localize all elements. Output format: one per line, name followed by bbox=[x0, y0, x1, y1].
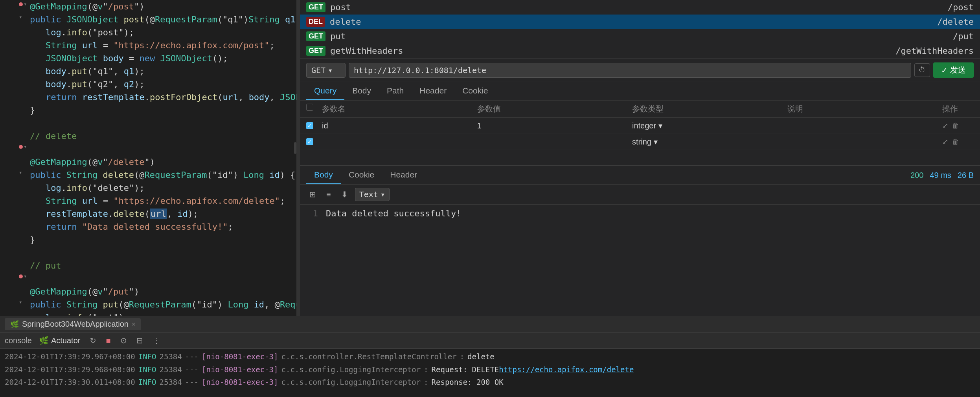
scrollbar-thumb[interactable] bbox=[294, 142, 296, 154]
line-content: @GetMapping(@v"/put") bbox=[30, 285, 293, 298]
url-input[interactable] bbox=[349, 63, 911, 78]
wrap-icon-button[interactable]: ≡ bbox=[323, 188, 334, 201]
format-chevron-icon: ▾ bbox=[381, 190, 385, 199]
send-check-icon: ✓ bbox=[941, 66, 948, 75]
line-content: public String put(@RequestParam("id") Lo… bbox=[30, 298, 297, 311]
fold-icon[interactable]: ▾ bbox=[19, 298, 22, 306]
beautify-icon-button[interactable]: ⊞ bbox=[306, 188, 319, 201]
response-toolbar: ⊞ ≡ ⬇ Text ▾ bbox=[300, 185, 980, 205]
tab-path[interactable]: Path bbox=[379, 82, 412, 100]
method-badge-del: DEL bbox=[306, 17, 325, 27]
console-log-line: 2024-12-01T17:39:29.967+08:00 INFO 25384… bbox=[0, 350, 980, 363]
api-item-post[interactable]: GET post /post bbox=[300, 0, 980, 15]
row-checkbox-2[interactable]: ✓ bbox=[306, 138, 322, 145]
response-tab-header[interactable]: Header bbox=[382, 166, 425, 184]
type-chevron-icon: ▾ bbox=[658, 121, 662, 130]
row-actions-2: ⤢ 🗑 bbox=[942, 137, 974, 146]
select-all-checkbox[interactable] bbox=[306, 104, 313, 111]
expand-icon[interactable]: ⤢ bbox=[942, 121, 948, 130]
code-line: JSONObject body = new JSONObject(); bbox=[0, 52, 296, 65]
log-link[interactable]: https://echo.apifox.com/delete bbox=[499, 364, 634, 375]
history-icon-button[interactable]: ⏱ bbox=[914, 63, 930, 77]
log-time: 2024-12-01T17:39:30.011+08:00 bbox=[5, 377, 135, 388]
log-pid: 25384 bbox=[160, 364, 182, 375]
tab-header[interactable]: Header bbox=[412, 82, 454, 100]
param-type-empty[interactable]: string ▾ bbox=[632, 137, 787, 146]
code-line: } bbox=[0, 233, 296, 246]
param-value-id[interactable]: 1 bbox=[477, 121, 632, 130]
code-line: ▾ bbox=[0, 272, 296, 285]
response-body: 1 Data deleted successfully! bbox=[300, 205, 980, 222]
code-line: ▾ @GetMapping(@v"/post") bbox=[0, 0, 296, 13]
download-icon-button[interactable]: ⬇ bbox=[338, 188, 351, 201]
method-badge-get: GET bbox=[306, 31, 325, 41]
line-content: JSONObject body = new JSONObject(); bbox=[30, 52, 293, 65]
delete-row-icon-2[interactable]: 🗑 bbox=[952, 138, 959, 146]
api-path: put bbox=[330, 31, 346, 41]
bottom-tab-springboot[interactable]: 🌿 SpringBoot304WebApplication × bbox=[5, 318, 141, 330]
expand-icon-2[interactable]: ⤢ bbox=[942, 137, 948, 146]
param-name-id[interactable]: id bbox=[322, 121, 477, 130]
checkbox-checked-2[interactable]: ✓ bbox=[306, 138, 313, 145]
code-line: body.put("q1", q1); bbox=[0, 65, 296, 78]
api-path: delete bbox=[330, 17, 361, 27]
param-type-id[interactable]: integer ▾ bbox=[632, 121, 787, 130]
code-line: log.info("put"); bbox=[0, 311, 296, 316]
close-tab-icon[interactable]: × bbox=[132, 321, 135, 328]
line-content: return "Data deleted successfully!"; bbox=[30, 220, 293, 233]
line-icons: ▾ bbox=[19, 143, 30, 151]
fold-icon[interactable]: ▾ bbox=[24, 0, 27, 8]
tab-body[interactable]: Body bbox=[344, 82, 379, 100]
line-content: // put bbox=[30, 259, 293, 272]
fold-icon[interactable]: ▾ bbox=[19, 13, 22, 21]
refresh-button[interactable]: ↻ bbox=[87, 335, 99, 346]
format-select[interactable]: Text ▾ bbox=[355, 188, 390, 201]
breakpoint-icon[interactable] bbox=[19, 274, 23, 278]
code-editor: ▾ @GetMapping(@v"/post") ▾ public JSONOb… bbox=[0, 0, 297, 316]
response-section: Body Cookie Header 200 49 ms 26 B ⊞ ≡ ⬇ … bbox=[300, 166, 980, 316]
breakpoint-icon[interactable] bbox=[19, 2, 23, 6]
log-thread: [nio-8081-exec-3] bbox=[202, 351, 278, 362]
type-chevron-icon-2: ▾ bbox=[654, 137, 658, 146]
api-item-delete[interactable]: DEL delete /delete bbox=[300, 15, 980, 29]
send-button[interactable]: ✓ 发送 bbox=[933, 62, 974, 78]
fold-icon[interactable]: ▾ bbox=[19, 168, 22, 177]
response-size: 26 B bbox=[958, 171, 974, 180]
stop-button[interactable]: ■ bbox=[103, 335, 113, 346]
console-toolbar: console 🌿 Actuator ↻ ■ ⊙ ⊟ ⋮ bbox=[0, 333, 980, 349]
log-class: c.c.s.config.LoggingInterceptor bbox=[281, 364, 421, 375]
line-content: log.info("post"); bbox=[30, 26, 293, 39]
right-panel: GET post /post DEL delete /delete GET pu… bbox=[300, 0, 980, 316]
line-content bbox=[30, 117, 293, 130]
param-row-empty: ✓ string ▾ ⤢ 🗑 bbox=[300, 134, 980, 150]
split-button[interactable]: ⊟ bbox=[134, 335, 145, 346]
response-tab-cookie[interactable]: Cookie bbox=[341, 166, 382, 184]
line-icons: ▾ bbox=[19, 13, 30, 21]
api-item-getwithheaders[interactable]: GET getWithHeaders /getWithHeaders bbox=[300, 44, 980, 58]
tab-cookie[interactable]: Cookie bbox=[454, 82, 496, 100]
table-header: 参数名 参数值 参数类型 说明 操作 bbox=[300, 101, 980, 118]
panel-divider[interactable] bbox=[297, 0, 300, 316]
type-label: integer bbox=[632, 121, 656, 130]
checkbox-checked[interactable]: ✓ bbox=[306, 122, 313, 129]
fold-icon[interactable]: ▾ bbox=[24, 143, 27, 151]
response-tab-body[interactable]: Body bbox=[306, 166, 341, 184]
code-line: ▾ bbox=[0, 143, 296, 156]
code-line: // delete bbox=[0, 130, 296, 143]
api-item-put[interactable]: GET put /put bbox=[300, 29, 980, 44]
row-checkbox[interactable]: ✓ bbox=[306, 122, 322, 129]
log-level: INFO bbox=[138, 351, 156, 362]
tab-query[interactable]: Query bbox=[306, 82, 344, 100]
more-button[interactable]: ⋮ bbox=[150, 335, 163, 346]
screenshot-button[interactable]: ⊙ bbox=[118, 335, 129, 346]
log-pid: 25384 bbox=[160, 377, 182, 388]
method-select[interactable]: GET ▾ bbox=[306, 63, 346, 78]
format-label: Text bbox=[359, 190, 378, 199]
line-content: return restTemplate.postForObject(url, b… bbox=[30, 91, 297, 104]
actuator-button[interactable]: 🌿 Actuator bbox=[37, 335, 83, 346]
line-content: body.put("q2", q2); bbox=[30, 78, 293, 91]
breakpoint-icon[interactable] bbox=[19, 145, 23, 149]
code-line: return restTemplate.postForObject(url, b… bbox=[0, 91, 296, 104]
delete-row-icon[interactable]: 🗑 bbox=[952, 122, 959, 130]
fold-icon[interactable]: ▾ bbox=[24, 272, 27, 280]
